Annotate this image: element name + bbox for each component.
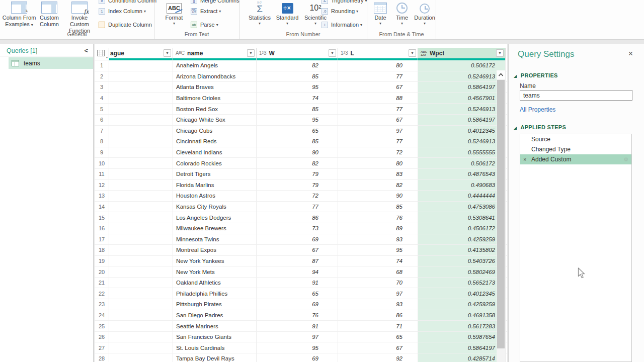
l-cell[interactable]: 77 bbox=[338, 104, 418, 114]
wpct-cell[interactable]: 0.5864197 bbox=[418, 115, 506, 125]
league-cell[interactable] bbox=[109, 104, 173, 114]
column-header-league[interactable]: ague ▾ bbox=[109, 48, 173, 60]
name-cell[interactable]: Kansas City Royals bbox=[173, 202, 257, 212]
applied-steps-section-header[interactable]: ◢ APPLIED STEPS bbox=[514, 124, 566, 130]
scroll-up-icon[interactable] bbox=[497, 70, 505, 79]
name-cell[interactable]: Oakland Athletics bbox=[173, 278, 257, 288]
row-number-cell[interactable]: 25 bbox=[95, 321, 109, 331]
column-from-examples-button[interactable]: ✎ Column From Examples▾ bbox=[2, 0, 36, 34]
w-cell[interactable]: 97 bbox=[257, 332, 338, 342]
wpct-cell[interactable]: 0.506172 bbox=[418, 60, 506, 71]
wpct-cell[interactable]: 0.4876543 bbox=[418, 169, 506, 179]
wpct-cell[interactable]: 0.5617283 bbox=[418, 321, 506, 331]
collapse-pane-icon[interactable]: < bbox=[84, 47, 88, 54]
wpct-cell[interactable]: 0.506172 bbox=[418, 158, 506, 168]
l-cell[interactable]: 67 bbox=[338, 342, 418, 353]
column-header-l[interactable]: 1²3L ▾ bbox=[338, 48, 418, 60]
row-number-cell[interactable]: 27 bbox=[95, 342, 109, 353]
name-cell[interactable]: Cincinnati Reds bbox=[173, 136, 257, 147]
name-cell[interactable]: Boston Red Sox bbox=[173, 104, 257, 114]
name-cell[interactable]: Florida Marlins bbox=[173, 180, 257, 191]
filter-button[interactable]: ▾ bbox=[329, 49, 336, 57]
name-cell[interactable]: Minnesota Twins bbox=[173, 234, 257, 245]
merge-columns-button[interactable]: ][ Merge Columns bbox=[191, 0, 239, 6]
row-number-cell[interactable]: 17 bbox=[95, 234, 109, 245]
row-number-cell[interactable]: 2 bbox=[95, 71, 109, 82]
close-icon[interactable]: × bbox=[628, 49, 633, 58]
wpct-cell[interactable]: 0.5246913 bbox=[418, 136, 506, 147]
scrollbar-thumb[interactable] bbox=[497, 80, 505, 348]
w-cell[interactable]: 69 bbox=[257, 353, 338, 362]
w-cell[interactable]: 72 bbox=[257, 191, 338, 201]
l-cell[interactable]: 74 bbox=[338, 256, 418, 266]
wpct-cell[interactable]: 0.5652173 bbox=[418, 278, 506, 288]
row-number-cell[interactable]: 28 bbox=[95, 353, 109, 362]
column-header-w[interactable]: 1²3W ▾ bbox=[257, 48, 338, 60]
name-cell[interactable]: Seattle Mariners bbox=[173, 321, 257, 331]
l-cell[interactable]: 92 bbox=[338, 353, 418, 362]
filter-button[interactable]: ▾ bbox=[164, 49, 171, 57]
conditional-column-button[interactable]: if Conditional Column bbox=[99, 0, 156, 6]
name-cell[interactable]: Pittsburgh Pirates bbox=[173, 299, 257, 310]
duration-button[interactable]: Duration ▾ bbox=[413, 0, 437, 26]
w-cell[interactable]: 91 bbox=[257, 321, 338, 331]
name-cell[interactable]: New York Yankees bbox=[173, 256, 257, 266]
w-cell[interactable]: 79 bbox=[257, 169, 338, 179]
wpct-cell[interactable]: 0.4135802 bbox=[418, 245, 506, 255]
wpct-cell[interactable]: 0.4259259 bbox=[418, 299, 506, 310]
wpct-cell[interactable]: 0.5308641 bbox=[418, 212, 506, 223]
name-cell[interactable]: San Francisco Giants bbox=[173, 332, 257, 342]
wpct-cell[interactable]: 0.5403726 bbox=[418, 256, 506, 266]
wpct-cell[interactable]: 0.5802469 bbox=[418, 266, 506, 277]
filter-button[interactable]: ▾ bbox=[409, 49, 416, 57]
trigonometry-button[interactable]: ∠ Trigonometry ▾ bbox=[321, 0, 367, 6]
wpct-cell[interactable]: 0.490683 bbox=[418, 180, 506, 191]
name-cell[interactable]: Philadelphia Phillies bbox=[173, 288, 257, 299]
l-cell[interactable]: 77 bbox=[338, 136, 418, 147]
custom-column-button[interactable]: Custom Column bbox=[36, 0, 62, 34]
wpct-cell[interactable]: 0.4259259 bbox=[418, 234, 506, 245]
l-cell[interactable]: 88 bbox=[338, 93, 418, 104]
l-cell[interactable]: 71 bbox=[338, 321, 418, 331]
wpct-cell[interactable]: 0.4285714 bbox=[418, 353, 506, 362]
wpct-cell[interactable]: 0.4691358 bbox=[418, 310, 506, 321]
w-cell[interactable]: 85 bbox=[257, 136, 338, 147]
invoke-custom-function-button[interactable]: fx Invoke Custom Function bbox=[62, 0, 97, 34]
w-cell[interactable]: 69 bbox=[257, 299, 338, 310]
wpct-cell[interactable]: 0.4567901 bbox=[418, 93, 506, 104]
wpct-cell[interactable]: 0.5246913 bbox=[418, 104, 506, 114]
w-cell[interactable]: 85 bbox=[257, 71, 338, 82]
name-cell[interactable]: Detroit Tigers bbox=[173, 169, 257, 179]
w-cell[interactable]: 74 bbox=[257, 93, 338, 104]
league-cell[interactable] bbox=[109, 234, 173, 245]
l-cell[interactable]: 93 bbox=[338, 234, 418, 245]
w-cell[interactable]: 86 bbox=[257, 212, 338, 223]
wpct-cell[interactable]: 0.5555555 bbox=[418, 147, 506, 158]
l-cell[interactable]: 68 bbox=[338, 266, 418, 277]
league-cell[interactable] bbox=[109, 245, 173, 255]
wpct-cell[interactable]: 0.5864197 bbox=[418, 342, 506, 353]
row-number-cell[interactable]: 14 bbox=[95, 202, 109, 212]
w-cell[interactable]: 76 bbox=[257, 310, 338, 321]
l-cell[interactable]: 97 bbox=[338, 126, 418, 136]
l-cell[interactable]: 90 bbox=[338, 191, 418, 201]
delete-step-icon[interactable]: × bbox=[523, 156, 526, 162]
league-cell[interactable] bbox=[109, 169, 173, 179]
filter-button[interactable]: ▾ bbox=[247, 49, 255, 57]
row-number-cell[interactable]: 10 bbox=[95, 158, 109, 168]
w-cell[interactable]: 85 bbox=[257, 104, 338, 114]
l-cell[interactable]: 67 bbox=[338, 115, 418, 125]
league-cell[interactable] bbox=[109, 212, 173, 223]
row-number-cell[interactable]: 8 bbox=[95, 136, 109, 147]
league-cell[interactable] bbox=[109, 147, 173, 158]
l-cell[interactable]: 70 bbox=[338, 278, 418, 288]
w-cell[interactable]: 95 bbox=[257, 342, 338, 353]
l-cell[interactable]: 89 bbox=[338, 223, 418, 234]
table-select-all-button[interactable]: ▾ bbox=[95, 48, 109, 60]
league-cell[interactable] bbox=[109, 158, 173, 168]
row-number-cell[interactable]: 9 bbox=[95, 147, 109, 158]
w-cell[interactable]: 69 bbox=[257, 234, 338, 245]
row-number-cell[interactable]: 6 bbox=[95, 115, 109, 125]
name-cell[interactable]: St. Louis Cardinals bbox=[173, 342, 257, 353]
all-properties-link[interactable]: All Properties bbox=[520, 106, 555, 113]
